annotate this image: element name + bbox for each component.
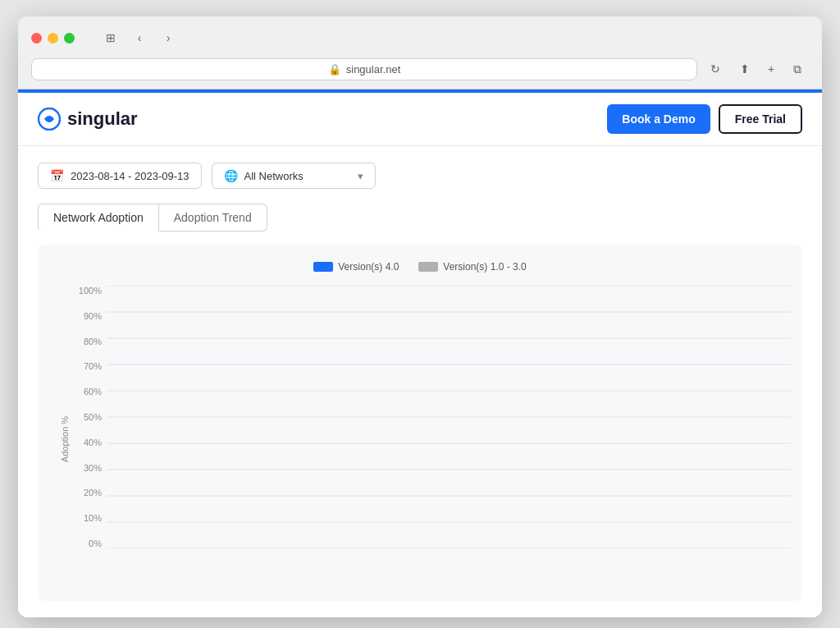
blue-dot (651, 515, 656, 520)
logo: singular (38, 108, 138, 131)
gray-dot (241, 307, 246, 312)
gray-dot (423, 307, 428, 312)
minimize-button[interactable] (48, 33, 58, 44)
legend-swatch-gray (418, 262, 438, 272)
gray-dot (150, 307, 155, 312)
blue-dot (107, 522, 109, 527)
gray-dot (286, 307, 291, 312)
address-bar[interactable]: 🔒 singular.net (31, 58, 697, 80)
gray-dot (606, 309, 611, 314)
date-filter[interactable]: 📅 2023-08-14 - 2023-09-13 (38, 163, 202, 189)
chart-inner: 100% 90% 80% 70% 60% 50% 40% 30% 20% 10%… (77, 286, 791, 548)
gray-dot (628, 309, 633, 314)
blue-dot (628, 517, 633, 522)
tab-network-adoption[interactable]: Network Adoption (38, 204, 159, 231)
new-tab-button[interactable]: + (760, 57, 783, 80)
network-filter[interactable]: 🌐 All Networks ▾ (212, 163, 376, 189)
reload-button[interactable]: ↻ (704, 57, 727, 80)
gray-dot (583, 307, 588, 312)
y-tick-10: 10% (84, 513, 102, 523)
blue-dot (127, 522, 132, 527)
blue-dot (537, 522, 542, 527)
legend-blue-label: Version(s) 4.0 (338, 261, 399, 273)
chart-body: 100% 90% 80% 70% 60% 50% 40% 30% 20% 10%… (77, 286, 791, 593)
gray-dot (697, 312, 702, 317)
gray-dot (195, 307, 200, 312)
blue-dot (788, 498, 791, 503)
gray-dot (720, 309, 725, 314)
y-tick-50: 50% (84, 412, 102, 422)
svg-chart-area (107, 286, 791, 548)
legend-blue: Version(s) 4.0 (313, 261, 399, 273)
y-tick-0: 0% (89, 539, 102, 548)
legend-gray-label: Version(s) 1.0 - 3.0 (443, 261, 526, 273)
book-demo-button[interactable]: Book a Demo (607, 104, 710, 134)
x-axis-labels: Aug 14Aug 15Aug 16Aug 17Aug 18Aug 19Aug … (77, 553, 791, 593)
share-button[interactable]: ⬆ (733, 57, 756, 80)
calendar-icon: 📅 (50, 169, 64, 182)
blue-dot (378, 522, 383, 527)
blue-dot (241, 522, 246, 527)
gray-dot (332, 307, 337, 312)
free-trial-button[interactable]: Free Trial (719, 104, 802, 134)
gray-dot (107, 307, 109, 312)
blue-dot (606, 520, 611, 525)
blue-dot (697, 517, 702, 522)
y-axis-label: Adoption % (60, 416, 70, 462)
close-button[interactable] (31, 33, 42, 44)
gray-dot (742, 309, 747, 314)
y-tick-70: 70% (84, 361, 102, 371)
gray-dot (560, 307, 565, 312)
header-buttons: Book a Demo Free Trial (607, 104, 802, 134)
browser-window: ⊞ ‹ › 🔒 singular.net ↻ ⬆ + ⧉ singular (18, 16, 822, 617)
date-range-text: 2023-08-14 - 2023-09-13 (71, 170, 189, 182)
main-content: 📅 2023-08-14 - 2023-09-13 🌐 All Networks… (18, 146, 822, 617)
sidebar-toggle-button[interactable]: ⊞ (99, 26, 122, 49)
blue-dot (765, 504, 770, 509)
legend-swatch-blue (313, 262, 333, 272)
blue-dot (172, 520, 177, 525)
gray-dot (674, 312, 679, 317)
y-tick-90: 90% (84, 311, 102, 321)
gray-dot (537, 307, 542, 312)
lock-icon: 🔒 (328, 63, 341, 76)
forward-button[interactable]: › (157, 26, 180, 49)
logo-text: singular (67, 108, 138, 130)
tabs-row: Network Adoption Adoption Trend (38, 204, 802, 231)
globe-icon: 🌐 (224, 169, 238, 182)
y-axis-label-container: Adoption % (52, 286, 77, 593)
gray-dot (469, 307, 474, 312)
gray-dot (127, 309, 132, 314)
filters-row: 📅 2023-08-14 - 2023-09-13 🌐 All Networks… (38, 163, 802, 189)
blue-dot (150, 520, 155, 525)
browser-chrome: ⊞ ‹ › 🔒 singular.net ↻ ⬆ + ⧉ (18, 16, 822, 89)
back-button[interactable]: ‹ (128, 26, 151, 49)
chart-svg (107, 286, 791, 548)
gray-dot (492, 307, 497, 312)
blue-dot (514, 522, 519, 527)
browser-toolbar: 🔒 singular.net ↻ ⬆ + ⧉ (31, 57, 809, 80)
chart-legend: Version(s) 4.0 Version(s) 1.0 - 3.0 (46, 261, 794, 273)
blue-dot (332, 522, 337, 527)
gray-dot (264, 307, 269, 312)
blue-dot (195, 522, 200, 527)
maximize-button[interactable] (64, 33, 75, 44)
gray-dot (355, 307, 360, 312)
gray-dot (651, 314, 656, 319)
y-tick-100: 100% (79, 286, 102, 296)
gray-dot (765, 314, 770, 319)
site-header: singular Book a Demo Free Trial (18, 93, 822, 146)
y-tick-60: 60% (84, 387, 102, 397)
blue-dot (286, 522, 291, 527)
chart-with-axes: Adoption % 100% 90% 80% 70% 60% 50% 40 (46, 286, 794, 593)
blue-dot (560, 525, 565, 529)
blue-dot (423, 525, 428, 529)
tab-adoption-trend[interactable]: Adoption Trend (159, 204, 267, 231)
gray-dot (172, 307, 177, 312)
browser-actions: ⬆ + ⧉ (733, 57, 809, 80)
tabs-button[interactable]: ⧉ (786, 57, 809, 80)
url-text: singular.net (346, 63, 401, 76)
blue-dot (674, 517, 679, 522)
y-tick-30: 30% (84, 463, 102, 473)
blue-dot (720, 520, 725, 525)
